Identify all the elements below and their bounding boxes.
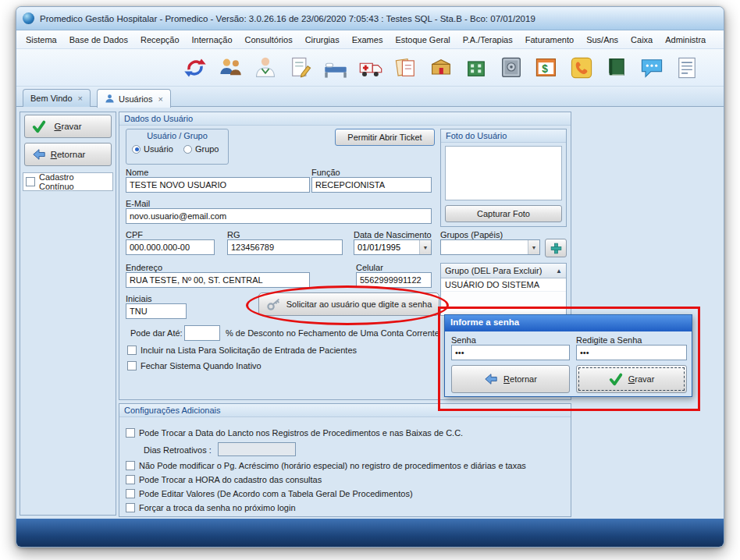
grid-header-grupo[interactable]: Grupo (DEL Para Excluir) ▲ [441,264,566,278]
menu-item-internacao[interactable]: Internação [186,32,239,48]
report-icon[interactable] [674,55,700,81]
funcao-input[interactable] [311,177,432,193]
doctor-icon[interactable] [252,55,279,81]
dropdown-arrow-icon[interactable]: ▼ [419,240,431,254]
menu-item-pa-terapias[interactable]: P.A./Terapias [457,32,519,48]
sync-users-icon[interactable] [182,55,208,81]
checkbox-icon [126,461,135,470]
retornar-button[interactable]: Retornar [24,143,112,166]
grupos-papeis-label: Grupos (Papéis) [440,230,503,239]
checkbox-trocar-data-lancto[interactable]: Pode Trocar a Data do Lancto nos Registr… [126,428,463,438]
bed-icon[interactable] [322,55,349,81]
hospital-icon[interactable] [463,55,489,81]
usuario-grupo-box: Usuário / Grupo Usuário Grupo [126,129,229,165]
senha-input[interactable] [451,345,570,360]
patients-icon[interactable] [217,55,244,81]
menu-item-exames[interactable]: Exames [346,32,390,48]
close-icon[interactable]: × [78,94,83,103]
radio-grupo[interactable] [183,145,192,154]
checkbox-icon [126,475,135,484]
cpf-label: CPF [126,230,143,239]
nome-input[interactable] [126,177,310,193]
title-bar: Promedico Gestão Hospitalar - Promedico … [16,7,724,30]
menu-item-base-de-dados[interactable]: Base de Dados [63,32,134,48]
gravar-label: Gravar [54,122,81,131]
documents-icon[interactable] [393,55,419,81]
checkbox-icon [126,489,135,498]
tab-usuarios[interactable]: Usuários × [97,89,171,108]
safe-icon[interactable] [498,55,525,81]
toolbar: $ [16,49,724,87]
checkbox-icon [126,503,135,512]
solicitar-senha-button[interactable]: Solicitar ao usuário que digite a senha [258,292,439,316]
iniciais-input[interactable] [126,303,187,319]
app-logo-icon [23,12,34,24]
menu-item-sistema[interactable]: Sistema [20,32,63,48]
checkbox-pg-acrescimo-label: Não Pode modificar o Pg. Acréscimo (horá… [139,461,526,470]
checkbox-forcar-troca-senha-label: Forçar a troca da senha no próximo login [139,503,296,512]
radio-usuario[interactable] [132,145,141,154]
desconto-input[interactable] [184,325,220,341]
checkbox-fechar-sistema[interactable]: Fechar Sistema Quando Inativo [127,361,261,370]
close-icon[interactable]: × [158,94,162,104]
sort-ascending-icon: ▲ [556,268,562,275]
dialog-gravar-button[interactable]: Gravar [576,365,687,393]
email-input[interactable] [126,208,432,224]
menu-item-recepcao[interactable]: Recepção [134,32,186,48]
cpf-input[interactable] [126,239,215,255]
phone-icon[interactable] [568,55,595,81]
plus-icon [550,243,562,254]
checkbox-editar-valores[interactable]: Pode Editar Valores (De Acordo com a Tab… [126,489,413,498]
grid-row-usuario-sistema[interactable]: USUÁRIO DO SISTEMA [441,278,566,292]
permitir-abrir-ticket-button[interactable]: Permitir Abrir Ticket [335,129,435,146]
funcao-label: Função [311,168,340,177]
dados-usuario-title: Dados do Usuário [119,112,571,126]
user-photo-placeholder [445,146,562,200]
stock-icon[interactable] [428,55,454,81]
add-group-button[interactable] [545,239,567,257]
menu-item-faturamento[interactable]: Faturamento [519,32,580,48]
dialog-retornar-button[interactable]: Retornar [451,365,570,393]
endereco-input[interactable] [126,272,310,288]
menu-item-estoque-geral[interactable]: Estoque Geral [389,32,456,48]
redigite-senha-label: Redigite a Senha [576,335,642,345]
nascimento-input[interactable] [354,240,419,254]
dias-retroativos-input[interactable] [218,442,296,456]
checkbox-incluir-lista[interactable]: Incluir na Lista Para Solicitação de Ent… [127,346,357,355]
user-icon [105,94,115,104]
grupos-papeis-combo[interactable]: ▼ [440,239,540,255]
menu-item-caixa[interactable]: Caixa [624,32,659,48]
config-adicionais-title: Configurações Adicionais [119,404,571,417]
cadastro-continuo-checkbox[interactable]: Cadastro Contínuo [23,172,113,191]
config-adicionais-panel: Configurações Adicionais [119,403,571,517]
checkbox-forcar-troca-senha[interactable]: Forçar a troca da senha no próximo login [126,503,296,512]
nascimento-combo[interactable]: ▼ [354,239,432,255]
desconto-suffix-label: % de Desconto no Fechamento de Uma Conta… [226,328,439,338]
nascimento-label: Data de Nascimento [354,230,432,239]
checkbox-pg-acrescimo[interactable]: Não Pode modificar o Pg. Acréscimo (horá… [126,461,526,470]
checkbox-trocar-hora[interactable]: Pode Trocar a HORA do cadastro das consu… [126,475,322,484]
tab-bem-vindo[interactable]: Bem Vindo × [23,89,91,107]
menu-item-cirurgias[interactable]: Cirurgias [299,32,346,48]
book-icon[interactable] [603,55,630,81]
prescription-icon[interactable] [287,55,314,81]
menu-item-sus-ans[interactable]: Sus/Ans [580,32,624,48]
redigite-senha-input[interactable] [576,345,687,360]
dropdown-arrow-icon[interactable]: ▼ [528,240,539,254]
foto-usuario-title: Foto do Usuário [441,129,566,143]
grupos-papeis-input[interactable] [441,240,528,254]
ambulance-icon[interactable] [358,55,384,81]
checkbox-incluir-lista-label: Incluir na Lista Para Solicitação de Ent… [141,346,357,355]
endereco-label: Endereço [126,263,162,272]
capturar-foto-button[interactable]: Capturar Foto [445,205,562,222]
checkbox-icon [127,346,137,355]
chat-icon[interactable] [639,55,665,81]
celular-input[interactable] [356,272,432,288]
menu-item-consultorios[interactable]: Consultórios [239,32,299,48]
gravar-button[interactable]: Gravar [24,115,112,138]
billing-icon[interactable]: $ [533,55,560,81]
rg-input[interactable] [227,239,343,255]
menu-item-administracao[interactable]: Administra [659,32,712,48]
iniciais-label: Iniciais [126,294,152,303]
nome-label: Nome [126,168,148,177]
